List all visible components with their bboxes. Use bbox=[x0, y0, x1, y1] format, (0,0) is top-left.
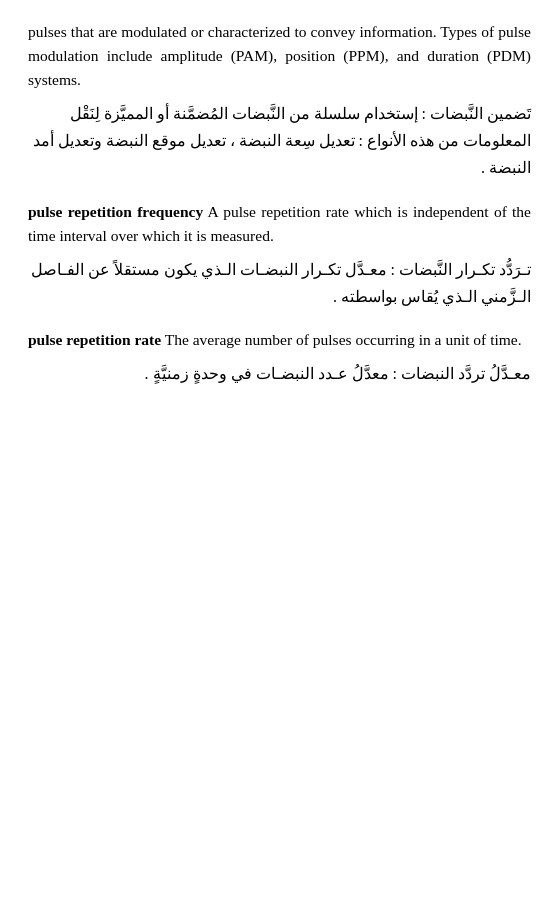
prr-title-bold: pulse repetition rate bbox=[28, 331, 161, 348]
page-content: pulses that are modulated or characteriz… bbox=[28, 20, 531, 387]
prr-entry: pulse repetition rate The average number… bbox=[28, 328, 531, 387]
intro-english-paragraph: pulses that are modulated or characteriz… bbox=[28, 20, 531, 92]
prf-title-bold: pulse repetition frequency bbox=[28, 203, 203, 220]
intro-arabic-paragraph: تَضمين النَّبضات : إستخدام سلسلة من النَ… bbox=[28, 100, 531, 182]
prf-entry: pulse repetition frequency A pulse repet… bbox=[28, 200, 531, 310]
prf-english: pulse repetition frequency A pulse repet… bbox=[28, 200, 531, 248]
prr-title-rest: The average number of pulses occurring i… bbox=[161, 331, 521, 348]
prf-arabic: تـرَدُّد تكـرار النَّبضات : معـدَّل تكـر… bbox=[28, 256, 531, 310]
prr-arabic: معـدَّلُ تردَّد النبضات : معدَّلُ عـدد ا… bbox=[28, 360, 531, 387]
prr-english: pulse repetition rate The average number… bbox=[28, 328, 531, 352]
